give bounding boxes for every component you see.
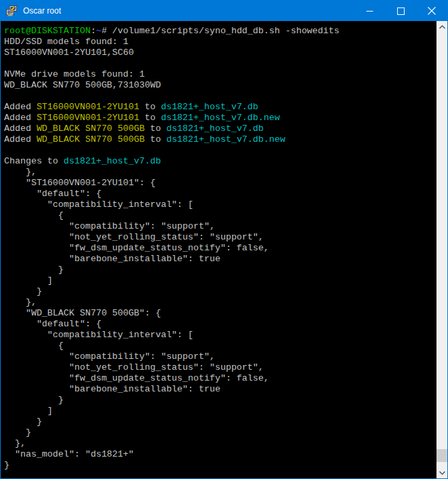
close-icon — [428, 7, 436, 15]
terminal-line: "compatibility": "support", — [4, 221, 436, 232]
terminal-line: } — [4, 417, 436, 427]
terminal-line: }, — [4, 438, 436, 449]
terminal-line: { — [4, 341, 436, 351]
terminal-line: "barebone_installable": true — [4, 254, 436, 265]
terminal-line: "compatibility_interval": [ — [4, 199, 436, 210]
terminal-line: HDD/SSD models found: 1 — [4, 37, 436, 47]
terminal-line: } — [4, 395, 436, 406]
terminal-line: Added ST16000VN001-2YU101 to ds1821+_hos… — [4, 102, 436, 113]
terminal-line: ] — [4, 406, 436, 417]
terminal-line: WD_BLACK SN770 500GB,731030WD — [4, 80, 436, 91]
terminal-line: } — [4, 460, 436, 471]
terminal-line: "WD_BLACK SN770 500GB": { — [4, 308, 436, 319]
maximize-icon — [397, 7, 405, 15]
terminal-line: ST16000VN001-2YU101,SC60 — [4, 47, 436, 58]
terminal-line: root@DISKSTATION:~# /volume1/scripts/syn… — [4, 26, 436, 37]
terminal-line: "ST16000VN001-2YU101": { — [4, 178, 436, 189]
scrollbar[interactable] — [436, 21, 447, 478]
window-controls — [354, 1, 447, 21]
terminal-line: }, — [4, 297, 436, 308]
minimize-icon — [366, 7, 373, 15]
terminal-line: Added ST16000VN001-2YU101 to ds1821+_hos… — [4, 113, 436, 123]
scroll-thumb[interactable] — [436, 449, 447, 462]
terminal-line: NVMe drive models found: 1 — [4, 69, 436, 80]
title-bar[interactable]: Oscar root — [1, 1, 447, 21]
app-window: Oscar root root@DISKSTATION:~# /volume1/… — [0, 0, 448, 479]
terminal-line: } — [4, 265, 436, 275]
terminal-line: "nas_model": "ds1821+" — [4, 449, 436, 460]
terminal-line — [4, 145, 436, 156]
terminal-line: "compatibility": "support", — [4, 351, 436, 362]
terminal-line: Added WD_BLACK SN770 500GB to ds1821+_ho… — [4, 123, 436, 134]
terminal-line: "barebone_installable": true — [4, 384, 436, 395]
terminal-line: "compatibility_interval": [ — [4, 330, 436, 341]
terminal-line: Added WD_BLACK SN770 500GB to ds1821+_ho… — [4, 134, 436, 145]
terminal-line: "default": { — [4, 189, 436, 199]
scroll-down-icon — [439, 471, 445, 475]
terminal-line: Changes to ds1821+_host_v7.db — [4, 156, 436, 167]
close-button[interactable] — [416, 1, 447, 21]
terminal-line: } — [4, 427, 436, 438]
terminal-line: "fw_dsm_update_status_notify": false, — [4, 373, 436, 384]
scroll-down-button[interactable] — [436, 467, 447, 478]
window-title: Oscar root — [23, 6, 61, 16]
terminal-line: "fw_dsm_update_status_notify": false, — [4, 243, 436, 254]
terminal-line: }, — [4, 167, 436, 178]
scroll-up-button[interactable] — [436, 21, 447, 33]
terminal-line: ] — [4, 275, 436, 286]
putty-icon[interactable] — [6, 5, 17, 16]
terminal-line — [4, 91, 436, 102]
terminal-output[interactable]: root@DISKSTATION:~# /volume1/scripts/syn… — [1, 21, 436, 478]
minimize-button[interactable] — [354, 1, 385, 21]
terminal-line: "not_yet_rolling_status": "support", — [4, 232, 436, 243]
scroll-up-icon — [439, 25, 445, 29]
terminal-line: "default": { — [4, 319, 436, 330]
maximize-button[interactable] — [385, 1, 416, 21]
terminal-line: } — [4, 286, 436, 297]
terminal-line: { — [4, 210, 436, 221]
terminal-line: "not_yet_rolling_status": "support", — [4, 362, 436, 373]
terminal-line — [4, 58, 436, 69]
